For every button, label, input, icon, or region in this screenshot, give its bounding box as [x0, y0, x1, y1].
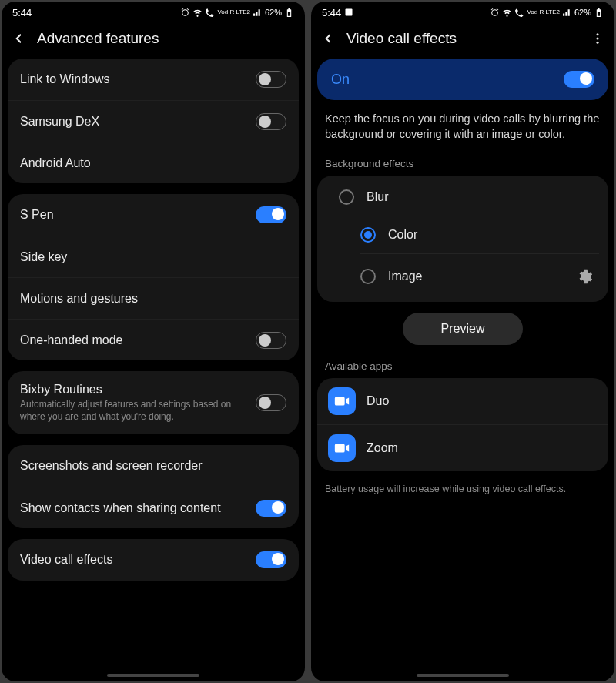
row-label: Samsung DeX: [20, 115, 246, 129]
settings-group: S PenSide keyMotions and gesturesOne-han…: [8, 194, 299, 360]
signal-icon: [562, 8, 572, 18]
gesture-bar[interactable]: [107, 674, 199, 677]
battery-percent: 62%: [265, 8, 282, 17]
status-indicators: Vod R LTE2 62%: [490, 8, 604, 18]
master-toggle[interactable]: [564, 71, 594, 88]
settings-group: Link to WindowsSamsung DeXAndroid Auto: [8, 59, 299, 183]
battery-footnote: Battery usage will increase while using …: [311, 479, 614, 510]
radio-button[interactable]: [339, 189, 354, 205]
settings-group: Bixby RoutinesAutomatically adjust featu…: [8, 371, 299, 434]
signal-icon: [253, 8, 263, 18]
battery-icon: [284, 8, 294, 18]
radio-button[interactable]: [360, 227, 376, 243]
svg-point-2: [597, 38, 599, 40]
toggle[interactable]: [256, 332, 286, 349]
background-option[interactable]: Image: [360, 253, 599, 299]
feature-description: Keep the focus on you during video calls…: [311, 111, 614, 155]
available-apps-card: DuoZoom: [317, 378, 608, 471]
header: Advanced features: [2, 23, 305, 59]
settings-row[interactable]: One-handed mode: [8, 319, 299, 360]
settings-row[interactable]: Side key: [8, 236, 299, 277]
row-label: Show contacts when sharing content: [20, 501, 246, 515]
settings-row[interactable]: Show contacts when sharing content: [8, 487, 299, 528]
battery-percent: 62%: [574, 8, 591, 17]
settings-row[interactable]: Bixby RoutinesAutomatically adjust featu…: [8, 371, 299, 434]
toggle[interactable]: [256, 500, 286, 517]
settings-row[interactable]: Screenshots and screen recorder: [8, 445, 299, 487]
settings-group: Screenshots and screen recorderShow cont…: [8, 445, 299, 528]
row-label: S Pen: [20, 208, 246, 222]
toggle[interactable]: [256, 551, 286, 568]
app-row[interactable]: Zoom: [317, 424, 608, 471]
background-option[interactable]: Color: [360, 216, 599, 253]
row-label: Video call effects: [20, 553, 246, 567]
chevron-left-icon: [12, 32, 25, 45]
settings-group: Video call effects: [8, 539, 299, 581]
app-label: Zoom: [367, 441, 398, 455]
more-vertical-icon: [591, 32, 604, 45]
phone-advanced-features: 5:44 Vod R LTE2 62% Advanced features Li…: [2, 2, 305, 681]
toggle[interactable]: [256, 71, 286, 88]
wifi-icon: [192, 8, 203, 18]
app-icon: [328, 434, 356, 462]
video-icon: [333, 440, 350, 457]
svg-point-1: [597, 33, 599, 35]
background-option[interactable]: Blur: [326, 179, 599, 216]
gesture-bar[interactable]: [417, 674, 509, 677]
header: Video call effects: [311, 23, 614, 59]
video-icon: [333, 393, 350, 410]
app-row[interactable]: Duo: [317, 378, 608, 424]
app-icon: [328, 387, 356, 415]
carrier-text: Vod R LTE2: [217, 9, 250, 15]
page-title: Advanced features: [37, 30, 159, 47]
toggle[interactable]: [256, 206, 286, 223]
gear-icon[interactable]: [576, 268, 593, 285]
divider: [557, 265, 557, 288]
image-indicator-icon: [344, 8, 353, 17]
status-bar: 5:44 Vod R LTE2 62%: [311, 2, 614, 23]
radio-button[interactable]: [360, 269, 376, 284]
row-label: Motions and gestures: [20, 292, 286, 306]
background-effects-label: Background effects: [311, 155, 614, 176]
row-label: Side key: [20, 250, 286, 264]
alarm-icon: [180, 8, 190, 18]
back-button[interactable]: [9, 29, 28, 48]
settings-row[interactable]: S Pen: [8, 194, 299, 236]
radio-label: Image: [388, 270, 544, 283]
settings-list[interactable]: Link to WindowsSamsung DeXAndroid AutoS …: [2, 59, 305, 681]
background-effects-card: BlurColorImage: [317, 176, 608, 302]
row-label: Bixby Routines: [20, 383, 246, 397]
radio-label: Color: [388, 228, 599, 242]
preview-button[interactable]: Preview: [403, 313, 524, 345]
status-bar: 5:44 Vod R LTE2 62%: [2, 2, 305, 23]
phone-video-call-effects: 5:44 Vod R LTE2 62% Video call effects O…: [311, 2, 614, 681]
wifi-icon: [502, 8, 512, 18]
toggle[interactable]: [256, 394, 286, 411]
settings-row[interactable]: Android Auto: [8, 142, 299, 183]
status-time: 5:44: [12, 7, 32, 18]
settings-row[interactable]: Video call effects: [8, 539, 299, 581]
more-button[interactable]: [588, 29, 607, 48]
battery-icon: [594, 8, 604, 18]
settings-row[interactable]: Samsung DeX: [8, 100, 299, 142]
carrier-text: Vod R LTE2: [527, 9, 560, 15]
row-label: Android Auto: [20, 156, 286, 170]
master-toggle-label: On: [331, 72, 350, 88]
page-title: Video call effects: [346, 30, 457, 47]
row-label: Link to Windows: [20, 72, 246, 86]
toggle[interactable]: [256, 113, 286, 130]
back-button[interactable]: [319, 29, 337, 48]
available-apps-label: Available apps: [311, 357, 614, 378]
status-time: 5:44: [322, 7, 353, 18]
app-label: Duo: [367, 394, 389, 408]
settings-row[interactable]: Link to Windows: [8, 59, 299, 100]
row-label: Screenshots and screen recorder: [20, 459, 286, 473]
svg-point-3: [597, 42, 599, 44]
status-indicators: Vod R LTE2 62%: [180, 8, 294, 18]
svg-rect-0: [345, 8, 352, 15]
settings-row[interactable]: Motions and gestures: [8, 277, 299, 319]
row-label: One-handed mode: [20, 333, 246, 347]
master-toggle-card[interactable]: On: [317, 59, 608, 100]
chevron-left-icon: [321, 32, 335, 45]
radio-label: Blur: [367, 190, 599, 204]
